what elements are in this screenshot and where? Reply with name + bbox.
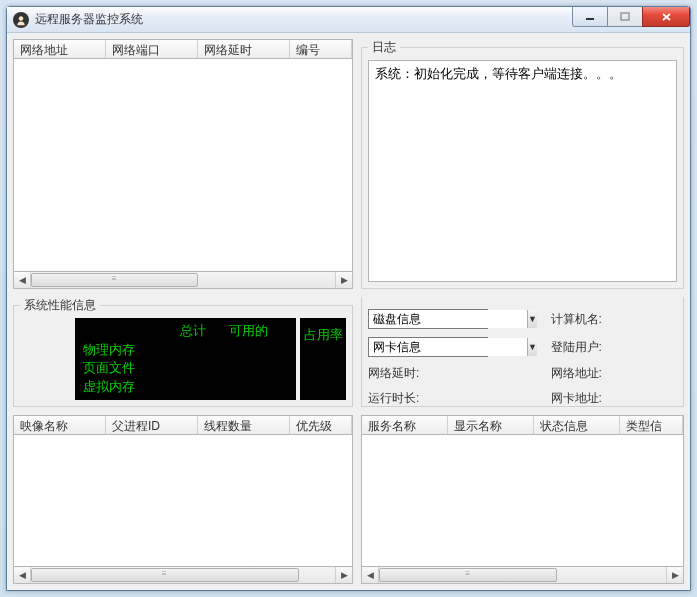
label-user: 登陆用户:	[551, 339, 621, 356]
col-net-address[interactable]: 网络地址	[14, 40, 106, 58]
label-uptime: 运行时长:	[368, 390, 488, 407]
perf-spacer	[20, 318, 75, 400]
nic-combo-input[interactable]	[369, 338, 527, 356]
connections-hscroll[interactable]: ◀ ≡ ▶	[13, 272, 353, 289]
perf-row-virtual: 虚拟内存	[83, 378, 163, 396]
col-net-port[interactable]: 网络端口	[106, 40, 198, 58]
log-panel: 日志 系统：初始化完成，等待客户端连接。。。	[361, 39, 684, 289]
connections-header[interactable]: 网络地址 网络端口 网络延时 编号	[13, 39, 353, 59]
scroll-left-icon[interactable]: ◀	[14, 567, 31, 583]
label-netaddr: 网络地址:	[551, 365, 621, 382]
processes-header[interactable]: 映像名称 父进程ID 线程数量 优先级	[13, 415, 353, 435]
close-icon	[661, 12, 672, 22]
perf-header-available: 可用的	[226, 322, 289, 340]
col-thread-count[interactable]: 线程数量	[198, 416, 290, 434]
svg-rect-2	[621, 13, 629, 20]
scroll-track[interactable]: ≡	[31, 272, 335, 288]
label-netdelay: 网络延时:	[368, 365, 488, 382]
label-nicaddr: 网卡地址:	[551, 390, 621, 407]
performance-legend: 系统性能信息	[20, 297, 100, 314]
scroll-right-icon[interactable]: ▶	[666, 567, 683, 583]
scroll-right-icon[interactable]: ▶	[335, 272, 352, 288]
col-id[interactable]: 编号	[290, 40, 352, 58]
services-body[interactable]	[361, 435, 684, 567]
processes-panel: 映像名称 父进程ID 线程数量 优先级 ◀ ≡ ▶	[13, 415, 353, 584]
scroll-thumb[interactable]: ≡	[31, 568, 299, 582]
window-controls	[573, 7, 690, 27]
scroll-thumb[interactable]: ≡	[31, 273, 198, 287]
chevron-down-icon[interactable]: ▼	[527, 338, 537, 356]
chevron-down-icon[interactable]: ▼	[527, 310, 537, 328]
col-type[interactable]: 类型信	[620, 416, 683, 434]
minimize-button[interactable]	[572, 7, 608, 27]
log-line: 系统：初始化完成，等待客户端连接。。。	[375, 65, 670, 83]
svg-rect-1	[586, 18, 594, 20]
scroll-track[interactable]: ≡	[31, 567, 335, 583]
perf-row-pagefile: 页面文件	[83, 359, 163, 377]
services-header[interactable]: 服务名称 显示名称 状态信息 类型信	[361, 415, 684, 435]
col-net-delay[interactable]: 网络延时	[198, 40, 290, 58]
col-service-name[interactable]: 服务名称	[362, 416, 448, 434]
scroll-track[interactable]: ≡	[379, 567, 666, 583]
perf-row-physical: 物理内存	[83, 341, 163, 359]
disk-combo[interactable]: ▼	[368, 309, 488, 329]
svg-point-0	[19, 16, 24, 21]
log-textarea[interactable]: 系统：初始化完成，等待客户端连接。。。	[368, 60, 677, 282]
client-area: 网络地址 网络端口 网络延时 编号 ◀ ≡ ▶	[7, 33, 690, 590]
app-icon	[13, 12, 29, 28]
col-status[interactable]: 状态信息	[534, 416, 620, 434]
performance-panel: 系统性能信息 总计 可用的 物理内存 页面文件 虚拟内存 占用率	[13, 297, 353, 407]
maximize-button	[607, 7, 643, 27]
col-display-name[interactable]: 显示名称	[448, 416, 534, 434]
minimize-icon	[585, 13, 595, 21]
titlebar[interactable]: 远程服务器监控系统	[7, 7, 690, 33]
col-parent-pid[interactable]: 父进程ID	[106, 416, 198, 434]
processes-body[interactable]	[13, 435, 353, 567]
services-panel: 服务名称 显示名称 状态信息 类型信 ◀ ≡ ▶	[361, 415, 684, 584]
scroll-left-icon[interactable]: ◀	[14, 272, 31, 288]
services-hscroll[interactable]: ◀ ≡ ▶	[361, 567, 684, 584]
scroll-thumb[interactable]: ≡	[379, 568, 557, 582]
label-computer: 计算机名:	[551, 311, 621, 328]
nic-combo[interactable]: ▼	[368, 337, 488, 357]
processes-hscroll[interactable]: ◀ ≡ ▶	[13, 567, 353, 584]
disk-combo-input[interactable]	[369, 310, 527, 328]
col-image-name[interactable]: 映像名称	[14, 416, 106, 434]
scroll-left-icon[interactable]: ◀	[362, 567, 379, 583]
scroll-right-icon[interactable]: ▶	[335, 567, 352, 583]
perf-rate-column: 占用率	[296, 318, 346, 400]
col-priority[interactable]: 优先级	[290, 416, 352, 434]
window-title: 远程服务器监控系统	[35, 11, 143, 28]
connections-body[interactable]	[13, 59, 353, 272]
perf-header-rate: 占用率	[304, 326, 343, 344]
app-window: 远程服务器监控系统 网络地址 网络端口 网络延时 编号	[6, 6, 691, 591]
perf-header-total: 总计	[163, 322, 226, 340]
maximize-icon	[620, 12, 630, 21]
perf-table: 总计 可用的 物理内存 页面文件 虚拟内存	[75, 318, 296, 400]
info-panel: ▼ 计算机名: ▼ 登陆用户: 网络延时: 网络地址: 运行时长: 网卡地址	[361, 297, 684, 407]
log-legend: 日志	[368, 39, 400, 56]
connections-panel: 网络地址 网络端口 网络延时 编号 ◀ ≡ ▶	[13, 39, 353, 289]
close-button[interactable]	[642, 7, 690, 27]
